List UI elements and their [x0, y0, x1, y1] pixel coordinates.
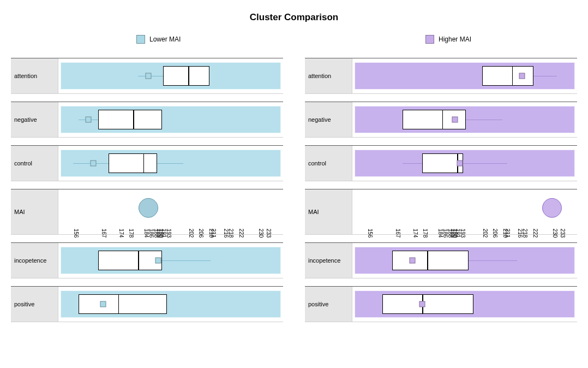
box [109, 153, 157, 173]
box [163, 66, 209, 86]
row-negative: negative [305, 102, 577, 138]
row-plot [352, 58, 577, 93]
legend-higher: Higher MAI [425, 35, 471, 44]
x-axis: 1561671741781841861881891901911932022062… [352, 215, 577, 233]
chart-page: Cluster Comparison Lower MAI Higher MAI … [0, 0, 588, 346]
median-line [133, 110, 134, 129]
legend: Lower MAI Higher MAI [0, 35, 588, 47]
tick: 211 [211, 229, 217, 238]
tick: 174 [118, 229, 124, 238]
row-attention: attention [305, 58, 577, 94]
box [98, 110, 161, 129]
x-axis: 1561671741781841861881891901911932022062… [58, 215, 283, 233]
box [392, 251, 468, 270]
row-plot [58, 243, 283, 278]
row-label: negative [305, 102, 352, 137]
row-plot [352, 287, 577, 322]
tick: 206 [198, 229, 204, 238]
row-positive: positive [305, 286, 577, 322]
median-line [442, 110, 443, 129]
row-label: control [11, 146, 58, 181]
mean-marker-icon [419, 301, 425, 307]
row-plot [58, 102, 283, 137]
tick: 167 [395, 229, 401, 238]
row-label: positive [11, 287, 58, 322]
tick: 222 [238, 229, 244, 238]
row-plot [58, 287, 283, 322]
mean-marker-icon [409, 258, 415, 264]
mean-marker-icon [85, 117, 91, 123]
row-label: attention [305, 58, 352, 93]
legend-lower: Lower MAI [136, 35, 181, 44]
mean-marker-icon [100, 301, 106, 307]
tick: 206 [492, 229, 498, 238]
row-negative: negative [11, 102, 283, 138]
mean-marker-icon [155, 258, 161, 264]
median-line [143, 153, 145, 173]
tick: 156 [367, 229, 373, 238]
mean-marker-icon [457, 161, 463, 167]
row-plot [58, 58, 283, 93]
row-label: control [305, 146, 352, 181]
median-line [138, 251, 139, 270]
column-higher: attentionnegativecontrolMAI1561671741781… [305, 58, 577, 330]
mean-marker-icon [91, 161, 97, 167]
legend-swatch-lower [136, 35, 145, 44]
row-MAI: MAI1561671741781841861881891901911932022… [305, 189, 577, 235]
row-control: control [305, 145, 577, 181]
tick: 193 [166, 229, 172, 238]
mean-marker-icon [519, 73, 525, 79]
row-label: negative [11, 102, 58, 137]
row-plot [58, 146, 283, 181]
row-positive: positive [11, 286, 283, 322]
tick: 230 [552, 229, 558, 238]
tick: 222 [532, 229, 538, 238]
grid: attentionnegativecontrolMAI1561671741781… [0, 58, 588, 330]
row-label: MAI [305, 189, 352, 234]
row-label: incopetence [305, 243, 352, 278]
tick: 174 [412, 229, 418, 238]
mean-marker-icon [452, 117, 458, 123]
column-lower: attentionnegativecontrolMAI1561671741781… [11, 58, 283, 330]
tick: 156 [73, 229, 79, 238]
row-plot: 1561671741781841861881891901911932022062… [58, 189, 283, 234]
median-line [512, 66, 513, 86]
row-incopetence: incopetence [305, 242, 577, 278]
tick: 193 [460, 229, 466, 238]
row-MAI: MAI1561671741781841861881891901911932022… [11, 189, 283, 235]
tick: 202 [188, 229, 194, 238]
row-plot [352, 146, 577, 181]
tick: 218 [228, 229, 234, 238]
chart-title: Cluster Comparison [0, 12, 588, 23]
median-line [427, 251, 428, 270]
tick: 233 [560, 229, 566, 238]
box [98, 251, 161, 270]
row-label: MAI [11, 189, 58, 234]
row-label: attention [11, 58, 58, 93]
median-line [118, 294, 119, 314]
tick: 178 [128, 229, 134, 238]
mean-marker-icon [145, 73, 151, 79]
tick: 202 [482, 229, 488, 238]
box [382, 294, 473, 314]
row-incopetence: incopetence [11, 242, 283, 278]
legend-higher-label: Higher MAI [439, 35, 471, 43]
median-line [188, 66, 189, 86]
row-control: control [11, 145, 283, 181]
tick: 211 [505, 229, 511, 238]
tick: 230 [258, 229, 264, 238]
tick: 167 [101, 229, 107, 238]
legend-swatch-higher [425, 35, 434, 44]
box [79, 294, 167, 314]
row-plot: 1561671741781841861881891901911932022062… [352, 189, 577, 234]
box [482, 66, 533, 86]
tick: 178 [422, 229, 428, 238]
row-attention: attention [11, 58, 283, 94]
row-plot [352, 243, 577, 278]
row-label: positive [305, 287, 352, 322]
legend-lower-label: Lower MAI [149, 35, 181, 43]
tick: 233 [266, 229, 272, 238]
tick: 218 [522, 229, 528, 238]
row-plot [352, 102, 577, 137]
row-label: incopetence [11, 243, 58, 278]
